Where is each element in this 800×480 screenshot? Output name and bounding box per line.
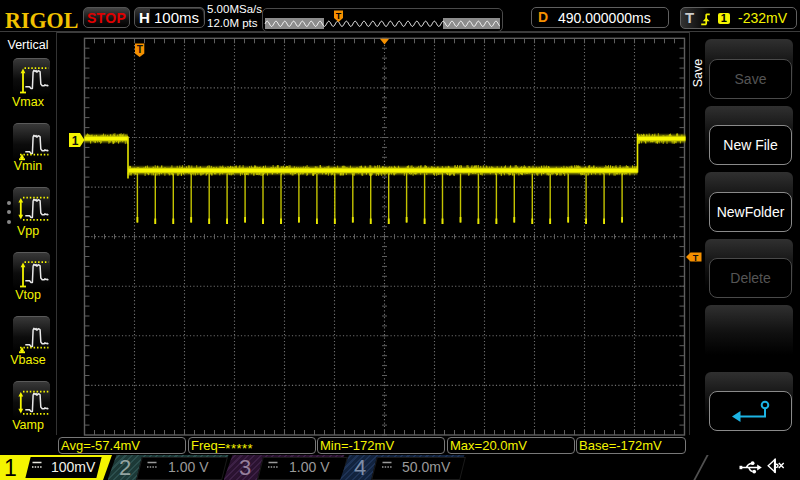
svg-text:T: T — [336, 11, 342, 21]
svg-text:T: T — [137, 44, 143, 55]
svg-text:1: 1 — [72, 134, 79, 148]
svg-text:T: T — [693, 253, 699, 263]
